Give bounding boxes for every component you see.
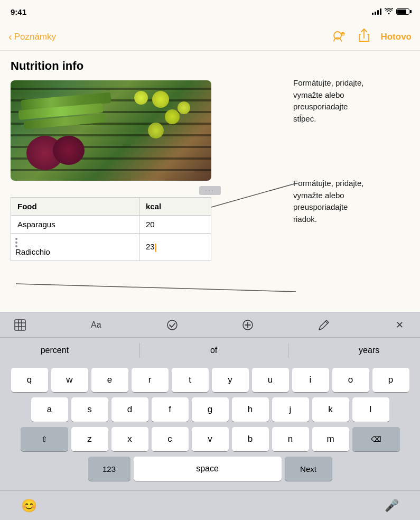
table-toolbar: Aa ✕ <box>0 312 420 337</box>
table-header-food: Food <box>11 198 139 216</box>
callout-upper: Formátujte, pridajte, vymažte alebo preu… <box>293 77 409 125</box>
key-l[interactable]: l <box>352 397 389 422</box>
key-w[interactable]: w <box>51 368 88 392</box>
svg-line-14 <box>325 321 328 323</box>
status-bar: 9:41 <box>0 0 420 23</box>
table-cell-food-2[interactable]: Radicchio <box>11 234 139 261</box>
key-x[interactable]: x <box>111 427 148 451</box>
wifi-icon <box>385 8 393 16</box>
table-row: Asparagus 20 <box>11 216 211 234</box>
next-label: Next <box>300 465 316 473</box>
keyboard-row-1: q w e r t y u i o p <box>2 368 418 392</box>
svg-rect-5 <box>15 320 25 330</box>
autocomplete-bar: percent of years <box>0 337 420 363</box>
key-k[interactable]: k <box>312 397 349 422</box>
key-o[interactable]: o <box>332 368 369 392</box>
callout-lower-text: Formátujte, pridajte, vymažte alebo preu… <box>293 178 409 225</box>
collaborate-button[interactable]: + <box>331 29 348 45</box>
key-h[interactable]: h <box>232 397 269 422</box>
table-cell-food-1[interactable]: Asparagus <box>11 216 139 234</box>
status-time: 9:41 <box>11 7 26 16</box>
keyboard-row-4: 123 space Next <box>2 457 418 481</box>
back-label: Poznámky <box>14 32 56 42</box>
note-title: Nutrition info <box>11 59 409 73</box>
key-y[interactable]: y <box>212 368 249 392</box>
key-b[interactable]: b <box>232 427 269 451</box>
phone-frame: 9:41 ‹ Poznámk <box>0 0 420 520</box>
autocomplete-word-1[interactable]: percent <box>30 346 79 355</box>
nav-center-actions: + Hotovo <box>331 29 412 45</box>
key-d[interactable]: d <box>111 397 148 422</box>
signal-bars-icon <box>372 8 381 15</box>
keyboard: q w e r t y u i o p a s d f g h j k l ⇧ <box>0 363 420 490</box>
delete-key[interactable]: ⌫ <box>352 427 400 451</box>
key-f[interactable]: f <box>152 397 189 422</box>
key-s[interactable]: s <box>71 397 108 422</box>
key-i[interactable]: i <box>292 368 329 392</box>
svg-line-4 <box>16 284 296 292</box>
numbers-label: 123 <box>102 465 116 473</box>
pen-button[interactable] <box>314 315 333 335</box>
key-e[interactable]: e <box>91 368 128 392</box>
format-text-label: Aa <box>91 320 101 330</box>
status-icons <box>372 8 409 16</box>
table-header-kcal: kcal <box>139 198 211 216</box>
nav-bar: ‹ Poznámky + Hotovo <box>0 23 420 51</box>
key-v[interactable]: v <box>192 427 229 451</box>
svg-point-10 <box>167 320 177 330</box>
shift-icon: ⇧ <box>41 435 48 443</box>
text-cursor <box>155 244 156 252</box>
svg-text:+: + <box>342 32 344 37</box>
row-handle-icon[interactable] <box>15 238 22 247</box>
key-q[interactable]: q <box>11 368 48 392</box>
key-p[interactable]: p <box>372 368 409 392</box>
next-key[interactable]: Next <box>285 457 332 481</box>
bottom-bar: 😊 🎤 <box>0 490 420 520</box>
table-row: Radicchio 23 <box>11 234 211 261</box>
share-button[interactable] <box>358 29 370 45</box>
autocomplete-divider-2 <box>288 343 288 358</box>
done-button[interactable]: Hotovo <box>380 32 412 42</box>
microphone-button[interactable]: 🎤 <box>385 499 399 513</box>
space-label: space <box>196 464 219 473</box>
key-u[interactable]: u <box>252 368 289 392</box>
callout-lower: Formátujte, pridajte, vymažte alebo preu… <box>293 178 409 225</box>
table-cell-kcal-2[interactable]: 23 <box>139 234 211 261</box>
check-button[interactable] <box>163 315 182 335</box>
back-button[interactable]: ‹ Poznámky <box>8 31 56 43</box>
key-c[interactable]: c <box>152 427 189 451</box>
battery-icon <box>396 8 409 15</box>
table-cell-kcal-1[interactable]: 20 <box>139 216 211 234</box>
autocomplete-word-3[interactable]: years <box>348 346 390 355</box>
column-handle-dots[interactable]: ··· <box>199 186 221 195</box>
nutrition-table: Food kcal Asparagus 20 Rad <box>11 197 211 261</box>
autocomplete-word-2[interactable]: of <box>200 346 228 355</box>
food-image <box>11 80 211 181</box>
add-button[interactable] <box>238 315 257 335</box>
delete-icon: ⌫ <box>371 435 381 443</box>
key-m[interactable]: m <box>312 427 349 451</box>
key-n[interactable]: n <box>272 427 309 451</box>
format-text-button[interactable]: Aa <box>87 315 106 335</box>
key-r[interactable]: r <box>132 368 169 392</box>
keyboard-row-2: a s d f g h j k l <box>2 397 418 422</box>
numbers-key[interactable]: 123 <box>88 457 130 481</box>
table-icon-button[interactable] <box>11 315 30 335</box>
chevron-left-icon: ‹ <box>8 31 12 43</box>
close-toolbar-button[interactable]: ✕ <box>390 315 409 335</box>
shift-key[interactable]: ⇧ <box>21 427 68 451</box>
close-icon: ✕ <box>396 319 404 331</box>
key-t[interactable]: t <box>172 368 209 392</box>
key-a[interactable]: a <box>31 397 68 422</box>
space-key[interactable]: space <box>134 457 282 481</box>
key-g[interactable]: g <box>192 397 229 422</box>
key-j[interactable]: j <box>272 397 309 422</box>
emoji-button[interactable]: 😊 <box>21 498 37 513</box>
note-content: Nutrition info ··· Food <box>0 51 420 312</box>
callout-upper-text: Formátujte, pridajte, vymažte alebo preu… <box>293 77 409 125</box>
key-z[interactable]: z <box>71 427 108 451</box>
keyboard-row-3: ⇧ z x c v b n m ⌫ <box>2 427 418 451</box>
autocomplete-divider-1 <box>139 343 140 358</box>
